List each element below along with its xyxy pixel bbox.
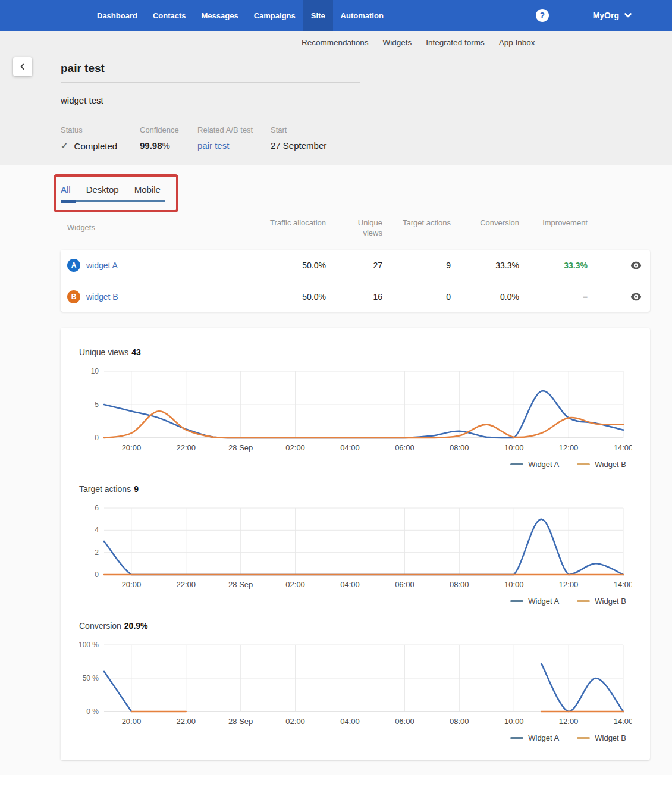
legend-widget-a[interactable]: Widget A <box>510 733 559 742</box>
legend-widget-b[interactable]: Widget B <box>577 733 626 742</box>
charts-card: Unique views43 051020:0022:0028 Sep02:00… <box>61 328 650 760</box>
svg-text:22:00: 22:00 <box>177 717 196 726</box>
widgets-table: A widget A 50.0% 27 9 33.3% 33.3% B widg… <box>61 250 650 312</box>
chart-title: Target actions9 <box>79 484 632 494</box>
main-content: All Desktop Mobile Widgets Traffic alloc… <box>0 165 672 775</box>
tab-mobile[interactable]: Mobile <box>134 184 161 195</box>
svg-text:08:00: 08:00 <box>450 717 469 726</box>
line-marker-icon <box>510 600 523 602</box>
unique-views-chart: Unique views43 051020:0022:0028 Sep02:00… <box>79 347 632 469</box>
start-label: Start <box>271 126 326 134</box>
chevron-left-icon <box>18 62 27 71</box>
svg-text:06:00: 06:00 <box>395 717 414 726</box>
svg-text:02:00: 02:00 <box>285 580 305 589</box>
active-tab-indicator <box>61 200 76 203</box>
chart-total-value: 20.9% <box>124 621 148 631</box>
tab-desktop[interactable]: Desktop <box>86 184 119 195</box>
improvement-value: 33.3% <box>519 261 588 270</box>
svg-text:12:00: 12:00 <box>559 717 579 726</box>
column-conversion: Conversion <box>451 218 519 228</box>
target-actions-value: 9 <box>382 261 451 270</box>
svg-text:10:00: 10:00 <box>504 443 524 452</box>
chart-legend: Widget A Widget B <box>79 597 632 606</box>
nav-items: Dashboard Contacts Messages Campaigns Si… <box>89 0 391 31</box>
widget-a-link[interactable]: widget A <box>86 261 118 270</box>
svg-text:06:00: 06:00 <box>395 443 414 452</box>
line-marker-icon <box>577 600 590 602</box>
nav-item-messages[interactable]: Messages <box>194 0 246 31</box>
svg-text:20:00: 20:00 <box>122 580 142 589</box>
back-button[interactable] <box>13 57 32 76</box>
legend-widget-b[interactable]: Widget B <box>577 597 626 606</box>
target-actions-value: 0 <box>382 292 451 302</box>
page-title: pair test <box>61 62 672 75</box>
chart-legend: Widget A Widget B <box>79 460 632 469</box>
meta-confidence: Confidence 99.98 % <box>140 126 197 151</box>
tab-underline <box>61 200 165 202</box>
eye-icon <box>630 293 642 301</box>
nav-item-automation[interactable]: Automation <box>333 0 391 31</box>
subnav-item-widgets[interactable]: Widgets <box>383 38 412 50</box>
svg-text:14:00: 14:00 <box>614 443 632 452</box>
chart-total-value: 43 <box>131 347 141 357</box>
chevron-down-icon <box>624 13 632 18</box>
line-chart: 0 %50 %100 %20:0022:0028 Sep02:0004:0006… <box>79 638 632 728</box>
svg-text:28 Sep: 28 Sep <box>228 717 253 726</box>
svg-text:0: 0 <box>95 434 99 442</box>
line-marker-icon <box>510 463 523 465</box>
line-chart: 051020:0022:0028 Sep02:0004:0006:0008:00… <box>79 364 632 454</box>
svg-text:6: 6 <box>95 504 99 512</box>
legend-widget-a[interactable]: Widget A <box>510 597 559 606</box>
column-widgets: Widgets <box>61 218 250 233</box>
title-divider <box>61 82 360 83</box>
chart-legend: Widget A Widget B <box>79 733 632 742</box>
subnav-item-app-inbox[interactable]: App Inbox <box>499 38 535 50</box>
nav-item-contacts[interactable]: Contacts <box>145 0 194 31</box>
svg-text:100 %: 100 % <box>79 641 99 649</box>
related-test-link[interactable]: pair test <box>197 140 229 151</box>
svg-text:20:00: 20:00 <box>122 717 142 726</box>
conversion-value: 33.3% <box>451 261 519 270</box>
line-marker-icon <box>577 737 590 739</box>
chart-title: Conversion20.9% <box>79 621 632 631</box>
nav-item-site[interactable]: Site <box>303 0 333 31</box>
svg-text:14:00: 14:00 <box>614 580 632 589</box>
svg-text:14:00: 14:00 <box>614 717 632 726</box>
nav-item-campaigns[interactable]: Campaigns <box>246 0 303 31</box>
help-icon[interactable]: ? <box>536 9 549 22</box>
nav-item-dashboard[interactable]: Dashboard <box>89 0 145 31</box>
meta-status: Status ✓ Completed <box>61 126 140 151</box>
svg-text:20:00: 20:00 <box>122 443 142 452</box>
device-tabs: All Desktop Mobile <box>61 165 227 202</box>
preview-widget-a-button[interactable] <box>629 260 643 271</box>
sub-navigation: Recommendations Widgets Integrated forms… <box>302 31 672 50</box>
preview-widget-b-button[interactable] <box>629 291 643 302</box>
eye-icon <box>630 261 642 269</box>
meta-related-test: Related A/B test pair test <box>197 126 271 151</box>
subnav-item-recommendations[interactable]: Recommendations <box>302 38 369 50</box>
svg-text:22:00: 22:00 <box>177 580 196 589</box>
org-menu[interactable]: MyOrg <box>593 11 632 20</box>
svg-text:02:00: 02:00 <box>285 717 305 726</box>
svg-text:02:00: 02:00 <box>285 443 305 452</box>
svg-text:28 Sep: 28 Sep <box>228 580 253 589</box>
svg-text:10: 10 <box>91 367 99 375</box>
legend-widget-a[interactable]: Widget A <box>510 460 559 469</box>
variant-b-badge: B <box>67 290 80 303</box>
legend-widget-b[interactable]: Widget B <box>577 460 626 469</box>
widget-b-link[interactable]: widget B <box>86 292 118 302</box>
page-header: Recommendations Widgets Integrated forms… <box>0 31 672 165</box>
column-target-actions: Target actions <box>382 218 451 228</box>
svg-text:12:00: 12:00 <box>559 443 579 452</box>
line-marker-icon <box>510 737 523 739</box>
subnav-item-integrated-forms[interactable]: Integrated forms <box>426 38 484 50</box>
confidence-label: Confidence <box>140 126 197 134</box>
table-row: A widget A 50.0% 27 9 33.3% 33.3% <box>61 250 650 281</box>
svg-text:06:00: 06:00 <box>395 580 414 589</box>
line-chart: 024620:0022:0028 Sep02:0004:0006:0008:00… <box>79 501 632 591</box>
table-row: B widget B 50.0% 16 0 0.0% – <box>61 281 650 312</box>
nav-right: ? MyOrg <box>536 0 632 31</box>
tab-all[interactable]: All <box>61 184 71 195</box>
svg-text:08:00: 08:00 <box>450 580 469 589</box>
column-improvement: Improvement <box>519 218 588 228</box>
